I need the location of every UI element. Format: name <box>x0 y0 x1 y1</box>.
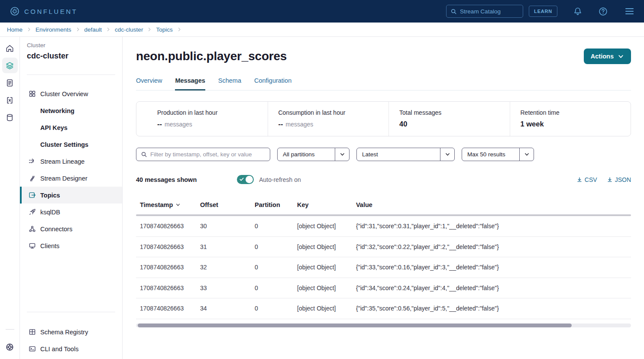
tab-configuration[interactable]: Configuration <box>254 77 291 91</box>
cell-offset: 34 <box>200 305 255 312</box>
partition-select[interactable]: All partitions <box>277 148 350 161</box>
sidebar-item-ksqldb[interactable]: ksqlDB <box>20 204 122 220</box>
sidebar-item-clients[interactable]: Clients <box>20 237 122 254</box>
sidebar-item-label: Stream Lineage <box>40 158 84 165</box>
sidebar-item-label: CLI and Tools <box>40 346 78 353</box>
actions-button-label: Actions <box>591 53 614 60</box>
column-label: Timestamp <box>140 201 173 208</box>
check-icon <box>239 177 244 182</box>
sidebar-item-stream-lineage[interactable]: Stream Lineage <box>20 153 122 170</box>
designer-curves-icon <box>28 174 36 182</box>
sidebar-item-topics[interactable]: Topics <box>20 187 122 204</box>
cell-key: [object Object] <box>297 243 356 250</box>
stats-card: Production in last hour -- messages Cons… <box>136 101 631 136</box>
confluent-logo[interactable]: CONFLUENT <box>10 6 78 16</box>
column-value: Value <box>356 201 631 208</box>
stat-consumption: Consumption in last hour -- messages <box>268 102 389 136</box>
flink-brackets-icon[interactable] <box>2 92 18 108</box>
cell-key: [object Object] <box>297 223 356 230</box>
sidebar-item-cluster-overview[interactable]: Cluster Overview <box>20 85 122 102</box>
sidebar-divider <box>27 74 115 75</box>
cell-value: {"id":31,"score":0.31,"player_id":1,"__d… <box>356 223 631 230</box>
chevron-right-icon <box>106 27 111 32</box>
cell-key: [object Object] <box>297 305 356 312</box>
stat-value: -- <box>157 120 162 128</box>
help-icon[interactable] <box>598 6 608 16</box>
sidebar-item-cli-and-tools[interactable]: CLI and Tools <box>20 340 122 357</box>
cell-timestamp: 1708740826663 <box>140 305 200 312</box>
support-globe-icon[interactable] <box>2 339 18 355</box>
table-row[interactable]: 1708740826663 33 0 [object Object] {"id"… <box>136 278 631 299</box>
filter-row: All partitions Latest Max 50 results <box>136 148 631 161</box>
document-icon[interactable] <box>2 75 18 91</box>
sidebar-item-connectors[interactable]: Connectors <box>20 220 122 237</box>
messages-toolbar: 40 messages shown Auto-refresh on CSV <box>136 175 631 184</box>
table-row[interactable]: 1708740826663 30 0 [object Object] {"id"… <box>136 216 631 237</box>
download-json-link[interactable]: JSON <box>607 176 631 183</box>
cell-offset: 31 <box>200 243 255 250</box>
download-icon <box>576 177 583 183</box>
stat-production: Production in last hour -- messages <box>136 102 268 136</box>
table-header-row: Timestamp Offset Partition Key Value <box>136 195 631 214</box>
sidebar-item-cluster-settings[interactable]: Cluster Settings <box>20 136 122 153</box>
breadcrumb-topics[interactable]: Topics <box>156 26 172 33</box>
top-navbar: CONFLUENT LEARN <box>0 0 644 23</box>
topic-tabs: Overview Messages Schema Configuration <box>136 77 631 91</box>
sidebar-item-api-keys[interactable]: API Keys <box>20 119 122 136</box>
message-filter-search[interactable] <box>136 148 270 161</box>
table-row[interactable]: 1708740826663 31 0 [object Object] {"id"… <box>136 237 631 258</box>
cell-timestamp: 1708740826663 <box>140 223 200 230</box>
actions-button[interactable]: Actions <box>584 49 631 64</box>
grid-icon <box>28 90 36 98</box>
sort-chevron-down-icon <box>175 202 181 207</box>
tab-overview[interactable]: Overview <box>136 77 162 91</box>
stat-unit: messages <box>165 121 192 128</box>
breadcrumb-default[interactable]: default <box>84 26 102 33</box>
topics-icon <box>28 191 36 199</box>
auto-refresh-toggle[interactable] <box>237 175 254 184</box>
learn-button[interactable]: LEARN <box>529 6 557 17</box>
download-csv-link[interactable]: CSV <box>576 176 597 183</box>
column-timestamp[interactable]: Timestamp <box>140 201 200 208</box>
auto-refresh-label: Auto-refresh on <box>259 176 301 183</box>
cell-key: [object Object] <box>297 285 356 291</box>
environments-layers-icon[interactable] <box>2 58 18 73</box>
stat-value: -- <box>278 120 283 128</box>
sidebar-item-networking[interactable]: Networking <box>20 102 122 119</box>
table-row[interactable]: 1708740826663 32 0 [object Object] {"id"… <box>136 257 631 278</box>
sidebar-item-label: Cluster Settings <box>40 141 88 148</box>
cell-offset: 32 <box>200 264 255 271</box>
horizontal-scrollbar[interactable] <box>136 323 631 327</box>
breadcrumb-home[interactable]: Home <box>7 26 23 33</box>
limit-select[interactable]: Max 50 results <box>462 148 534 161</box>
scrollbar-thumb[interactable] <box>138 323 572 327</box>
home-icon[interactable] <box>2 40 18 56</box>
hamburger-menu-icon[interactable] <box>625 8 634 14</box>
messages-count: 40 messages shown <box>136 176 197 183</box>
message-filter-input[interactable] <box>150 151 265 158</box>
sidebar-item-label: API Keys <box>40 124 68 131</box>
cell-offset: 30 <box>200 223 255 230</box>
sidebar-item-stream-designer[interactable]: Stream Designer <box>20 170 122 187</box>
csv-label: CSV <box>585 176 597 183</box>
database-icon[interactable] <box>2 110 18 125</box>
cluster-label: Cluster <box>27 42 122 49</box>
cluster-name: cdc-cluster <box>27 52 122 61</box>
tab-schema[interactable]: Schema <box>218 77 241 91</box>
table-row[interactable]: 1708740826663 34 0 [object Object] {"id"… <box>136 298 631 319</box>
sidebar-item-schema-registry[interactable]: Schema Registry <box>20 323 122 340</box>
tab-messages[interactable]: Messages <box>175 77 205 91</box>
order-select[interactable]: Latest <box>356 148 455 161</box>
notifications-bell-icon[interactable] <box>573 6 583 16</box>
toggle-knob <box>246 176 253 183</box>
column-offset: Offset <box>200 201 255 208</box>
stream-catalog-search[interactable] <box>446 5 523 18</box>
chevron-right-icon <box>147 27 152 32</box>
schema-registry-grid-icon <box>28 328 36 336</box>
breadcrumb-environments[interactable]: Environments <box>36 26 71 33</box>
stream-catalog-input[interactable] <box>460 8 519 15</box>
breadcrumb-cluster[interactable]: cdc-cluster <box>115 26 143 33</box>
cell-value: {"id":32,"score":0.22,"player_id":2,"__d… <box>356 243 631 250</box>
terminal-icon <box>28 345 36 353</box>
sidebar-item-label: Stream Designer <box>40 175 87 182</box>
